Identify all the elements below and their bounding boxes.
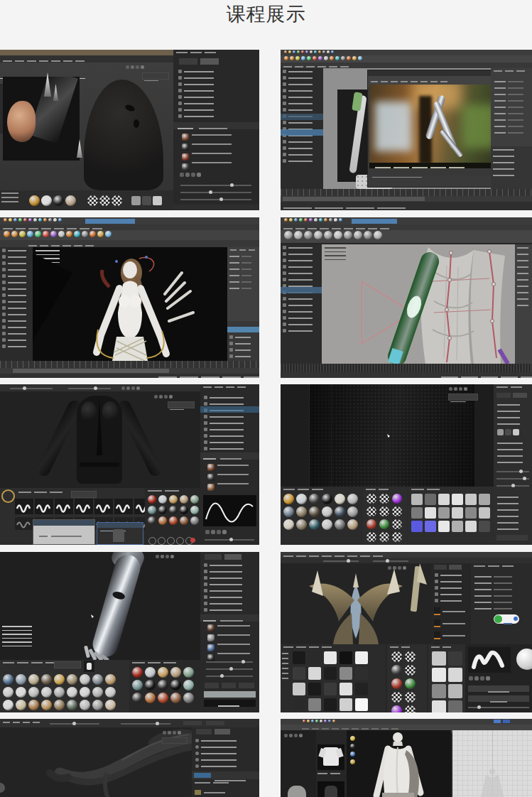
swatch [308, 651, 321, 664]
swatch [289, 218, 293, 222]
search-box[interactable] [54, 661, 81, 668]
swatch [41, 687, 52, 698]
swatch [305, 50, 308, 53]
swatch [324, 56, 328, 60]
toolbar-blue-toggles [494, 720, 510, 723]
swatch [448, 700, 462, 713]
swatch [190, 516, 199, 525]
properties-mini-panel [471, 563, 532, 644]
timeline-textured[interactable] [281, 364, 532, 372]
swatch [311, 720, 314, 722]
button[interactable] [205, 683, 219, 688]
active-mode-dropdown[interactable] [352, 219, 397, 224]
viewport-icons [155, 554, 175, 559]
swatch [379, 532, 389, 542]
swatch [303, 720, 305, 722]
popup-color-window[interactable] [33, 519, 95, 545]
swatch [190, 506, 199, 514]
camera-dropdown[interactable] [162, 737, 188, 744]
swatch [99, 195, 110, 206]
chat-badge-green-icon [494, 615, 502, 623]
swatch [355, 651, 368, 664]
swatch [43, 231, 49, 237]
attr-tabs [491, 68, 532, 74]
active-mode-dropdown[interactable] [85, 219, 135, 224]
swatch [335, 56, 340, 60]
swatch [293, 651, 305, 664]
grunge-shelf [428, 644, 465, 712]
swatch [452, 521, 463, 532]
swatch [465, 507, 477, 519]
curve-editor[interactable] [203, 495, 256, 526]
swatch [131, 196, 141, 205]
swatch [479, 494, 490, 505]
swatch [54, 700, 65, 710]
swatch [182, 143, 189, 151]
screenshot-fabric-closeup [281, 384, 532, 545]
alpha-spheres [87, 195, 126, 207]
swatch [182, 153, 189, 161]
swatch [41, 700, 52, 710]
brush-opacity-slider[interactable] [121, 723, 170, 725]
button[interactable] [239, 683, 254, 688]
camera-dropdown[interactable] [168, 401, 195, 408]
garment-thumb-shirt [317, 744, 344, 770]
swatch [163, 731, 166, 734]
swatch [145, 667, 156, 678]
swatch [207, 634, 215, 641]
folder-row[interactable] [195, 790, 225, 795]
camera-dropdown[interactable] [448, 394, 478, 401]
swatch [347, 519, 358, 530]
bake-button[interactable] [204, 700, 256, 707]
swatch [449, 387, 452, 391]
brush-flow-slider[interactable] [68, 388, 111, 389]
timeline[interactable] [281, 189, 532, 196]
swatch [486, 676, 490, 681]
garment-thumb-dark [317, 781, 344, 797]
swatch [367, 494, 376, 504]
curve-preview [203, 495, 256, 526]
swatch [438, 494, 450, 505]
swatch [205, 530, 210, 534]
brush-size-slider[interactable] [50, 723, 99, 725]
range-slider[interactable] [0, 368, 259, 374]
swatch [112, 195, 122, 206]
swatch [293, 50, 295, 53]
layer-thumbs [206, 623, 216, 663]
swatch [58, 231, 65, 237]
swatch [335, 494, 345, 504]
swatch [16, 687, 26, 698]
grunge-group [408, 487, 494, 545]
swatch [308, 683, 321, 695]
range-slider[interactable] [281, 196, 532, 202]
swatch [180, 516, 188, 525]
wide-light-bar[interactable] [204, 691, 256, 698]
swatch [158, 693, 168, 703]
swatch [178, 731, 181, 734]
attr-section [491, 146, 532, 189]
swatch [158, 516, 167, 525]
swatch [459, 387, 462, 391]
swatch [341, 56, 345, 60]
button[interactable] [222, 683, 236, 688]
transport-controls[interactable] [148, 536, 194, 545]
swatch [54, 674, 65, 685]
library-sidebar [281, 730, 347, 797]
popup-image-window[interactable] [97, 522, 143, 545]
alphas-group [363, 487, 407, 545]
shelf-filter-dropdown[interactable] [71, 491, 97, 498]
chat-badge[interactable] [494, 614, 519, 624]
swatch [324, 683, 337, 695]
metal-slider [180, 199, 251, 200]
viewport-icons [448, 386, 468, 391]
layers-tab-bar [173, 122, 259, 129]
swatch [33, 218, 37, 222]
shape-tree [227, 321, 259, 361]
brush-row-1 [14, 498, 153, 515]
grunge-thumbs [408, 492, 494, 533]
swatch [308, 698, 321, 711]
brush-size-slider[interactable] [10, 388, 53, 389]
layer-thumbs [180, 132, 190, 172]
command-line[interactable] [281, 202, 532, 210]
timeline[interactable] [0, 361, 259, 368]
